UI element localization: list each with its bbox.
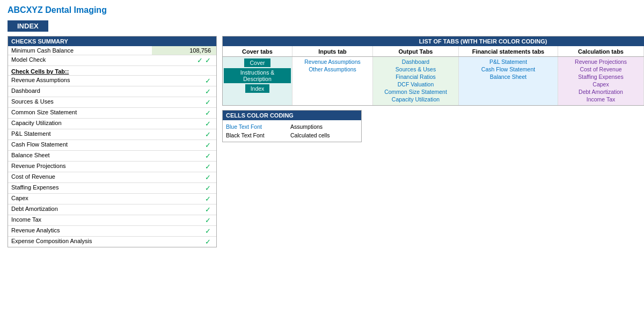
- tab-check-expense-comp: Expense Composition Analysis ✓: [8, 237, 216, 247]
- calculation-tabs-col: Revenue Projections Cost of Revenue Staf…: [558, 57, 644, 105]
- section-header: Check Cells by Tab::: [8, 66, 216, 76]
- model-check-tick: ✓ ✓: [194, 55, 216, 65]
- tab-check-debt: Debt Amortization ✓: [8, 204, 216, 215]
- tab-check-dashboard: Dashboard ✓: [8, 86, 216, 97]
- col-header-calculation: Calculation tabs: [558, 46, 644, 56]
- tabs-table: LIST OF TABS (WITH THEIR COLOR CODING) C…: [222, 36, 644, 106]
- checks-summary-header: CHECKS SUMMARY: [8, 36, 216, 46]
- tab-check-sources-uses: Sources & Uses ✓: [8, 97, 216, 108]
- check-row-model: Model Check ✓ ✓: [8, 55, 216, 66]
- tab-check-cost-rev: Cost of Revenue ✓: [8, 172, 216, 183]
- tab-check-revenue-assumptions: Revenue Assumptions ✓: [8, 76, 216, 86]
- tab-cost-revenue[interactable]: Cost of Revenue: [579, 65, 623, 73]
- main-content: CHECKS SUMMARY Minimum Cash Balance 108,…: [0, 36, 644, 247]
- min-cash-label: Minimum Cash Balance: [8, 46, 152, 55]
- color-coding-body: Blue Text Font Assumptions Black Text Fo…: [223, 120, 361, 142]
- blue-text-label: Blue Text Font: [226, 123, 290, 130]
- check-row-min-cash: Minimum Cash Balance 108,756: [8, 46, 216, 55]
- tab-dashboard[interactable]: Dashboard: [401, 58, 430, 65]
- tabs-columns-header: Cover tabs Inputs tab Output Tabs Financ…: [223, 46, 644, 57]
- left-panel: CHECKS SUMMARY Minimum Cash Balance 108,…: [8, 36, 217, 247]
- tab-index[interactable]: Index: [245, 84, 270, 93]
- tab-common-size[interactable]: Common Size Statement: [383, 88, 448, 96]
- tab-check-balance: Balance Sheet ✓: [8, 151, 216, 162]
- tab-dcf-valuation[interactable]: DCF Valuation: [397, 80, 435, 88]
- tab-debt-amortization[interactable]: Debt Amortization: [577, 88, 624, 96]
- min-cash-value: 108,756: [152, 46, 216, 55]
- tab-revenue-projections[interactable]: Revenue Projections: [574, 58, 628, 65]
- color-coding-panel: CELLS COLOR CODING Blue Text Font Assump…: [222, 110, 362, 142]
- tabs-table-header: LIST OF TABS (WITH THEIR COLOR CODING): [223, 36, 644, 46]
- tab-check-income-tax: Income Tax ✓: [8, 215, 216, 226]
- col-header-financial: Financial statements tabs: [459, 46, 558, 56]
- tab-cover[interactable]: Cover: [244, 58, 270, 67]
- tab-check-cashflow: Cash Flow Statement ✓: [8, 140, 216, 151]
- col-header-inputs: Inputs tab: [292, 46, 373, 56]
- tab-sources-uses[interactable]: Sources & Uses: [394, 65, 437, 73]
- blue-text-value: Assumptions: [290, 123, 323, 130]
- col-header-cover: Cover tabs: [223, 46, 292, 56]
- tab-check-capex: Capex ✓: [8, 194, 216, 204]
- black-text-label: Black Text Font: [226, 132, 290, 138]
- tab-balance-sheet[interactable]: Balance Sheet: [489, 73, 528, 80]
- color-coding-row-blue: Blue Text Font Assumptions: [226, 122, 358, 131]
- index-label: INDEX: [0, 18, 644, 36]
- model-check-label: Model Check: [8, 55, 194, 65]
- color-coding-row-black: Black Text Font Calculated cells: [226, 131, 358, 140]
- tab-capacity[interactable]: Capacity Utilization: [391, 96, 441, 103]
- tab-check-common-size: Common Size Statement ✓: [8, 108, 216, 119]
- tab-check-rev-analytics: Revenue Analytics ✓: [8, 226, 216, 237]
- right-panel: LIST OF TABS (WITH THEIR COLOR CODING) C…: [222, 36, 644, 247]
- black-text-value: Calculated cells: [290, 132, 330, 138]
- cover-tabs-col: Cover Instructions & Description Index: [223, 57, 292, 105]
- tab-check-staffing: Staffing Expenses ✓: [8, 183, 216, 194]
- color-coding-header: CELLS COLOR CODING: [223, 111, 361, 120]
- tab-cashflow-statement[interactable]: Cash Flow Statement: [480, 65, 536, 73]
- tab-check-pl: P&L Statement ✓: [8, 129, 216, 140]
- inputs-tabs-col: Revenue Assumptions Other Assumptions: [292, 57, 373, 105]
- tab-income-tax[interactable]: Income Tax: [586, 96, 617, 103]
- tab-other-assumptions[interactable]: Other Assumptions: [308, 65, 357, 73]
- app-title: ABCXYZ Dental Imaging: [8, 5, 636, 15]
- output-tabs-col: Dashboard Sources & Uses Financial Ratio…: [373, 57, 459, 105]
- tab-revenue-assumptions[interactable]: Revenue Assumptions: [303, 58, 361, 65]
- tab-capex[interactable]: Capex: [591, 80, 610, 88]
- tab-check-capacity: Capacity Utilization ✓: [8, 119, 216, 129]
- tab-financial-ratios[interactable]: Financial Ratios: [394, 73, 437, 80]
- tab-check-rev-proj: Revenue Projections ✓: [8, 162, 216, 172]
- tabs-body: Cover Instructions & Description Index R…: [223, 57, 644, 105]
- app-header: ABCXYZ Dental Imaging: [0, 0, 644, 18]
- tab-instructions[interactable]: Instructions & Description: [224, 68, 291, 83]
- financial-tabs-col: P&L Statement Cash Flow Statement Balanc…: [459, 57, 558, 105]
- tab-pl-statement[interactable]: P&L Statement: [488, 58, 528, 65]
- tab-staffing-expenses[interactable]: Staffing Expenses: [577, 73, 624, 80]
- col-header-output: Output Tabs: [373, 46, 459, 56]
